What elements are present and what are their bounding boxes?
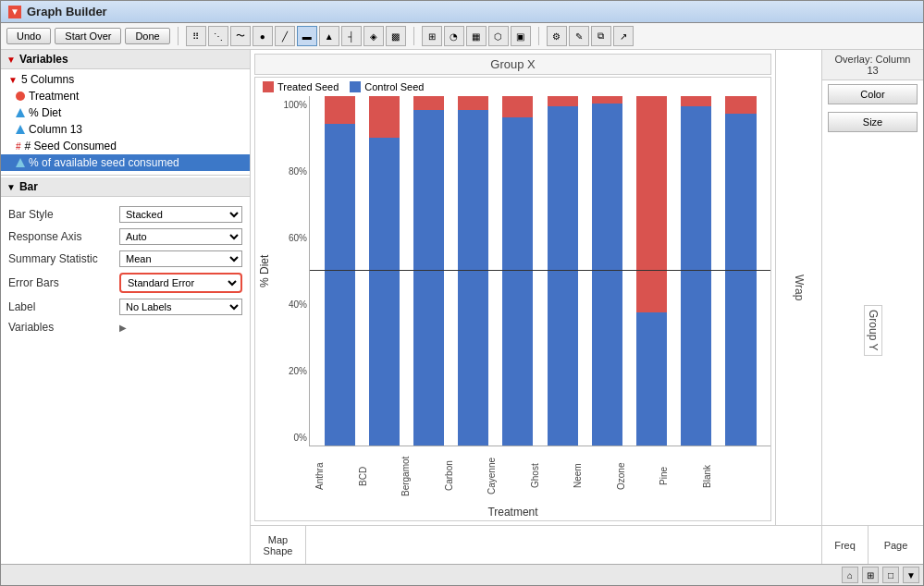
bar-group-Blank <box>719 96 763 446</box>
available-seed-icon <box>16 158 25 167</box>
dropdown-icon[interactable]: ▼ <box>903 567 919 583</box>
legend-control-label: Control Seed <box>364 81 424 92</box>
variables-section-header[interactable]: ▼ Variables <box>1 50 250 69</box>
window-icon[interactable]: □ <box>882 567 899 583</box>
diet-label: % Diet <box>29 106 61 119</box>
red-seg-Ghost <box>548 96 578 106</box>
response-axis-select[interactable]: Auto Y <box>119 228 242 245</box>
copy-icon[interactable]: ⧉ <box>591 26 611 46</box>
grid-icon[interactable]: ⊞ <box>862 567 879 583</box>
tree-item-seed-consumed[interactable]: # # Seed Consumed <box>1 138 250 154</box>
interval-icon[interactable]: ┤ <box>341 26 362 46</box>
group-y-label: Group Y <box>864 305 882 355</box>
error-bars-row: Error Bars Standard Error Standard Devia… <box>1 271 250 295</box>
x-tick-Cayenne: Cayenne <box>470 448 513 504</box>
home-icon[interactable]: ⌂ <box>842 567 858 583</box>
tree-item-available-seed[interactable]: % of available seed consumed <box>1 154 250 171</box>
network-icon[interactable]: ⬡ <box>488 26 509 46</box>
error-bars-select[interactable]: Standard Error Standard Deviation None <box>122 275 240 290</box>
bar-triangle: ▼ <box>6 182 16 192</box>
available-seed-label: % of available seed consumed <box>29 156 179 169</box>
blue-seg-Pine <box>681 106 711 446</box>
blue-seg-Bergamot <box>413 110 444 446</box>
area-icon[interactable]: ▲ <box>319 26 339 46</box>
toolbar-separator <box>178 27 179 45</box>
y-tick-40: 40% <box>276 299 307 310</box>
treemap-icon[interactable]: ▦ <box>466 26 487 46</box>
response-axis-control[interactable]: Auto Y <box>119 228 242 245</box>
x-tick-Ozone: Ozone <box>599 448 643 504</box>
wrap-label: Wrap <box>776 50 821 525</box>
tree-item-col13[interactable]: Column 13 <box>1 121 250 138</box>
circle-icon[interactable]: ● <box>253 26 273 46</box>
bar-group-Cayenne <box>496 96 540 446</box>
tree-root[interactable]: ▼ 5 Columns <box>1 71 250 88</box>
y-tick-labels: 100% 80% 60% 40% 20% 0% <box>274 96 309 446</box>
bottom-center-cell <box>306 526 821 564</box>
export-icon[interactable]: ↗ <box>613 26 634 46</box>
stacked-bar-Anthra <box>325 96 355 446</box>
error-bars-control[interactable]: Standard Error Standard Deviation None <box>119 273 242 293</box>
summary-statistic-select[interactable]: Mean Median <box>119 250 242 267</box>
undo-button[interactable]: Undo <box>6 28 51 44</box>
page-cell: Page <box>868 526 923 564</box>
y-tick-100: 100% <box>276 100 307 110</box>
chart-extra-icons: ⊞ ◔ ▦ ⬡ ▣ <box>422 26 531 46</box>
split-icon[interactable]: ⊞ <box>422 26 442 46</box>
bar-group-Ozone <box>629 96 673 446</box>
map-icon[interactable]: ▣ <box>511 26 531 46</box>
bar-style-select[interactable]: Stacked Side by Side <box>119 206 242 223</box>
settings-icon[interactable]: ⚙ <box>547 26 567 46</box>
smooth-icon[interactable]: 〜 <box>230 26 251 46</box>
bar-group-Bergamot <box>406 96 450 446</box>
scatter-icon[interactable]: ⠿ <box>186 26 206 46</box>
bar-style-control[interactable]: Stacked Side by Side <box>119 206 242 223</box>
variables-tree: ▼ 5 Columns Treatment % Diet Column 13 # <box>1 69 250 173</box>
x-tick-Carbon: Carbon <box>427 448 471 504</box>
tree-item-diet[interactable]: % Diet <box>1 104 250 121</box>
stacked-bar-Ghost <box>548 96 578 446</box>
chart-action-icons: ⚙ ✎ ⧉ ↗ <box>547 26 634 46</box>
blue-seg-Blank <box>725 114 756 446</box>
toolbar-separator3 <box>538 27 539 45</box>
summary-statistic-label: Summary Statistic <box>8 252 119 265</box>
summary-statistic-control[interactable]: Mean Median <box>119 250 242 267</box>
label-control[interactable]: No Labels Value <box>119 299 242 315</box>
variables-arrow[interactable]: ▶ <box>119 323 127 333</box>
contour-icon[interactable]: ◈ <box>363 26 384 46</box>
window-title: Graph Builder <box>27 5 107 18</box>
status-bar: ⌂ ⊞ □ ▼ <box>1 564 923 585</box>
diet-icon <box>16 108 25 117</box>
freq-cell: Freq <box>821 526 868 564</box>
done-button[interactable]: Done <box>125 28 169 44</box>
overlay-header: Overlay: Column 13 <box>822 50 923 80</box>
pie-icon[interactable]: ◔ <box>444 26 464 46</box>
label-select[interactable]: No Labels Value <box>119 299 242 315</box>
line-icon[interactable]: ╱ <box>275 26 295 46</box>
variables-header-label: Variables <box>19 53 68 66</box>
label-row: Label No Labels Value <box>1 297 250 317</box>
treatment-label: Treatment <box>29 90 79 103</box>
red-seg-Cayenne <box>502 96 533 117</box>
tree-item-treatment[interactable]: Treatment <box>1 88 250 104</box>
size-button[interactable]: Size <box>828 112 918 132</box>
red-seg-Ozone <box>636 96 667 312</box>
bar-group-Pine <box>674 96 719 446</box>
line-scatter-icon[interactable]: ⋱ <box>208 26 228 46</box>
color-button[interactable]: Color <box>828 84 918 104</box>
x-tick-Blank: Blank <box>685 448 729 504</box>
stacked-bar-Bergamot <box>413 96 444 446</box>
bar-section-content: Bar Style Stacked Side by Side Response … <box>1 197 250 343</box>
bar-section-header[interactable]: ▼ Bar <box>1 177 250 197</box>
script-icon[interactable]: ✎ <box>569 26 589 46</box>
heat-map-icon[interactable]: ▩ <box>386 26 406 46</box>
red-seg-Carbon <box>458 96 488 110</box>
start-over-button[interactable]: Start Over <box>55 28 121 44</box>
col13-label: Column 13 <box>29 123 82 136</box>
bar-style-row: Bar Style Stacked Side by Side <box>1 204 250 225</box>
toolbar-separator2 <box>413 27 414 45</box>
map-shape-cell: Map Shape <box>251 526 306 564</box>
bar-icon[interactable]: ▬ <box>297 26 317 46</box>
x-tick-Neem: Neem <box>556 448 599 504</box>
error-bars-label: Error Bars <box>8 276 119 289</box>
